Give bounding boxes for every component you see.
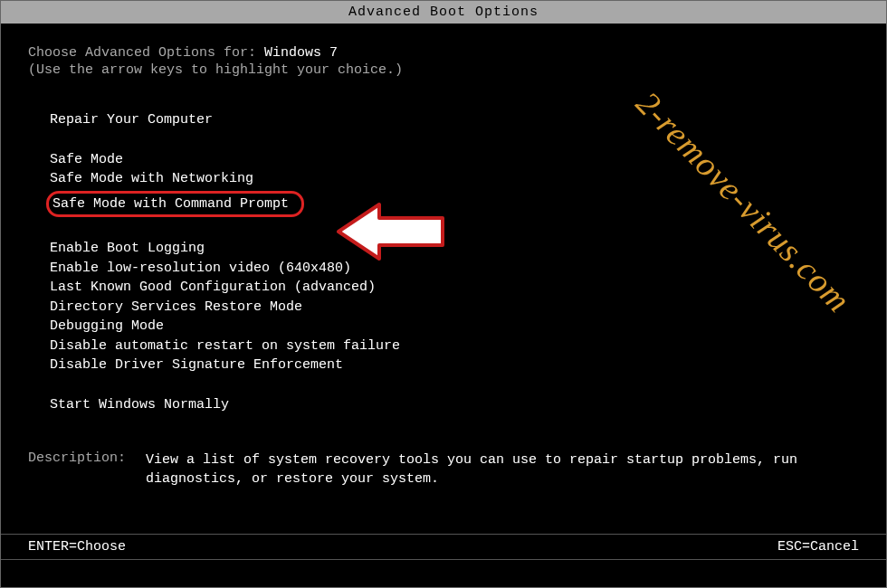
option-safe-mode-cmd[interactable]: Safe Mode with Command Prompt [46,191,304,218]
keyhint-enter: ENTER=Choose [28,539,126,555]
hint-line: (Use the arrow keys to highlight your ch… [28,62,859,78]
screen-title: Advanced Boot Options [348,5,539,20]
boot-screen: Advanced Boot Options Choose Advanced Op… [0,0,887,588]
keyhint-esc: ESC=Cancel [777,539,859,555]
menu-section-safemode: Safe Mode Safe Mode with Networking Safe… [28,150,859,220]
os-name: Windows 7 [264,45,338,61]
option-repair-computer[interactable]: Repair Your Computer [46,110,216,130]
titlebar: Advanced Boot Options [1,1,886,24]
content-area: Choose Advanced Options for: Windows 7 (… [1,24,886,488]
menu-section-normal: Start Windows Normally [28,395,859,415]
description-label: Description: [28,450,146,488]
menu-section-repair: Repair Your Computer [28,110,859,130]
option-low-res-video[interactable]: Enable low-resolution video (640x480) [46,259,355,279]
menu-section-advanced: Enable Boot Logging Enable low-resolutio… [28,239,859,375]
option-safe-mode-networking[interactable]: Safe Mode with Networking [46,169,257,189]
prompt-prefix: Choose Advanced Options for: [28,45,264,61]
option-boot-logging[interactable]: Enable Boot Logging [46,239,208,259]
option-debugging-mode[interactable]: Debugging Mode [46,317,167,337]
option-ds-restore-mode[interactable]: Directory Services Restore Mode [46,298,306,318]
option-safe-mode[interactable]: Safe Mode [46,150,127,170]
option-disable-driver-sig[interactable]: Disable Driver Signature Enforcement [46,356,347,375]
description-block: Description: View a list of system recov… [28,450,859,488]
description-text: View a list of system recovery tools you… [146,450,859,488]
option-last-known-good[interactable]: Last Known Good Configuration (advanced) [46,278,379,298]
prompt-line: Choose Advanced Options for: Windows 7 [28,45,859,61]
option-disable-auto-restart[interactable]: Disable automatic restart on system fail… [46,337,404,356]
option-start-normally[interactable]: Start Windows Normally [46,395,233,415]
keyhint-footer: ENTER=Choose ESC=Cancel [1,534,886,560]
